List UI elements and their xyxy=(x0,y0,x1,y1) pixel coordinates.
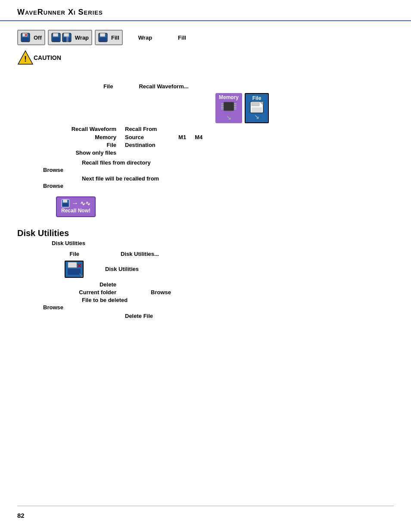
svg-rect-22 xyxy=(234,105,237,106)
du-menu-label: Disk Utilities... xyxy=(121,251,159,257)
svg-rect-27 xyxy=(252,107,262,112)
dest-desc: Destination xyxy=(125,142,156,148)
m1-label: M1 xyxy=(178,134,186,140)
memory-chip-icon xyxy=(220,100,237,114)
m4-label: M4 xyxy=(195,134,202,140)
recall-now-button[interactable]: → ∿∿ Recall Now! xyxy=(56,196,96,217)
memory-label: Memory xyxy=(219,94,239,100)
recall-from-label: Recall From xyxy=(125,126,157,132)
browse-bottom-label: Browse xyxy=(43,304,63,311)
recall-now-label: Recall Now! xyxy=(61,208,90,215)
svg-rect-24 xyxy=(234,109,237,109)
memory-icon-box[interactable]: Memory ↘ xyxy=(215,93,242,123)
memory-row-label: Memory xyxy=(56,134,125,140)
svg-rect-12 xyxy=(100,33,105,37)
floppy-x-icon: ✕ xyxy=(21,33,30,42)
delete-file-label: Delete File xyxy=(125,313,153,319)
svg-rect-17 xyxy=(221,103,224,104)
page-number: 82 xyxy=(17,512,25,519)
caution-label: CAUTION xyxy=(34,54,61,61)
svg-rect-10 xyxy=(66,37,68,42)
recall-wf-label: Recall Waveform xyxy=(56,126,125,132)
floppy-fill-icon xyxy=(98,33,108,42)
disk-utilities-sub-label: Disk Utilities xyxy=(52,240,394,246)
bottom-rule xyxy=(17,506,394,506)
fill-desc-label: Fill xyxy=(178,34,186,41)
disk-utilities-heading: Disk Utilities xyxy=(17,228,394,238)
svg-rect-6 xyxy=(53,37,59,41)
du-browse-label: Browse xyxy=(151,289,171,296)
delete-label: Delete xyxy=(56,281,125,288)
svg-rect-29 xyxy=(63,199,67,202)
recall-floppy-icon xyxy=(61,199,70,208)
page: WaveRunner Xi Series ✕ Off xyxy=(0,0,411,532)
rw-file-label: File xyxy=(103,83,113,90)
wrap-button[interactable]: Wrap xyxy=(48,30,92,45)
svg-rect-8 xyxy=(64,33,69,37)
file-to-delete-label: File to be deleted xyxy=(82,297,128,303)
svg-rect-32 xyxy=(68,262,77,268)
svg-rect-19 xyxy=(221,107,224,108)
source-desc: Source xyxy=(125,134,144,140)
file-dest-label: File xyxy=(56,142,125,148)
recall-files-dir-label: Recall files from directory xyxy=(82,159,151,166)
floppy-wrap-icon xyxy=(51,33,61,42)
fill-button-label: Fill xyxy=(111,34,119,41)
svg-rect-2 xyxy=(22,37,29,41)
show-only-files-label: Show only files xyxy=(56,149,125,156)
file-arrow: ↘ xyxy=(254,113,259,120)
du-file-label: File xyxy=(52,251,86,257)
svg-rect-23 xyxy=(234,107,237,108)
page-header: WaveRunner Xi Series xyxy=(0,0,411,21)
fill-button[interactable]: Fill xyxy=(95,30,123,45)
browse-label-1: Browse xyxy=(43,167,63,173)
svg-rect-20 xyxy=(221,109,224,109)
svg-text:✕: ✕ xyxy=(24,33,28,37)
caution-block: ! CAUTION xyxy=(17,50,394,66)
svg-rect-26 xyxy=(252,102,259,106)
current-folder-label: Current folder xyxy=(56,289,125,296)
floppy-wrap-icon2 xyxy=(62,33,72,42)
svg-rect-16 xyxy=(224,102,234,111)
wrap-desc-label: Wrap xyxy=(138,34,152,41)
browse-label-2: Browse xyxy=(43,183,63,189)
svg-rect-21 xyxy=(234,103,237,104)
svg-text:!: ! xyxy=(24,55,27,63)
disk-x-icon: ✕ ↘ xyxy=(65,261,84,278)
svg-rect-30 xyxy=(62,203,68,207)
disk-utilities-section: Disk Utilities Disk Utilities File Disk … xyxy=(17,228,394,319)
off-button[interactable]: ✕ Off xyxy=(17,30,45,45)
wrap-button-label: Wrap xyxy=(75,34,89,41)
button-strip: ✕ Off xyxy=(17,30,394,45)
file-icon-box[interactable]: File ↘ xyxy=(245,93,269,123)
file-disk-icon xyxy=(250,101,264,113)
file-tab-label: File xyxy=(252,95,262,101)
recall-waveform-section: File Recall Waveform... Memory xyxy=(17,83,394,221)
caution-icon: ! xyxy=(17,50,34,66)
svg-rect-13 xyxy=(100,37,106,41)
svg-rect-18 xyxy=(221,105,224,106)
page-title: WaveRunner Xi Series xyxy=(17,9,103,16)
next-file-label: Next file will be recalled from xyxy=(82,175,159,182)
rw-menu-label: Recall Waveform... xyxy=(139,83,188,90)
svg-text:✕: ✕ xyxy=(77,262,82,269)
du-disk-util-tab-label: Disk Utilities xyxy=(105,266,139,272)
memory-arrow: ↘ xyxy=(226,114,231,121)
off-button-label: Off xyxy=(34,34,42,41)
svg-rect-5 xyxy=(53,33,58,37)
main-content: ✕ Off xyxy=(0,21,411,340)
